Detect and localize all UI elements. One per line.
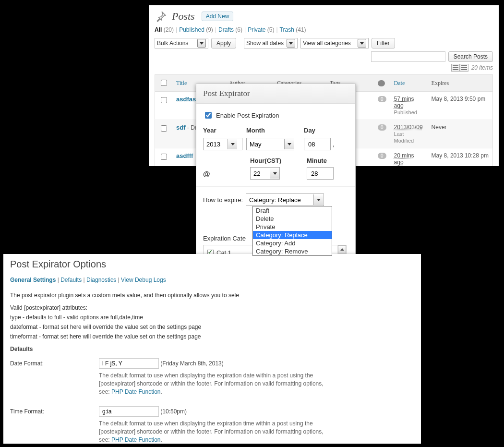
post-status-filters: All (20)|Published (9)|Drafts (6)|Privat… bbox=[155, 26, 493, 33]
dropdown-option[interactable]: Private bbox=[253, 223, 332, 231]
status-filter[interactable]: Published bbox=[179, 26, 204, 33]
row-checkbox[interactable] bbox=[161, 125, 167, 132]
status-filter[interactable]: Drafts bbox=[218, 26, 234, 33]
post-expires: May 8, 2013 9:50 pm bbox=[428, 92, 493, 120]
bulk-actions-select[interactable]: Bulk Actions bbox=[155, 38, 208, 48]
items-count: 20 items bbox=[471, 64, 493, 71]
post-date: 2013/03/09 bbox=[394, 124, 423, 131]
post-title-link[interactable]: sdf bbox=[176, 124, 186, 131]
expirator-options-screen: Post Expirator Options General Settings … bbox=[3, 254, 421, 444]
year-select[interactable] bbox=[203, 138, 242, 150]
defaults-heading: Defaults bbox=[10, 346, 414, 352]
row-checkbox[interactable] bbox=[161, 97, 167, 103]
select-all-checkbox[interactable] bbox=[161, 80, 167, 86]
options-tab[interactable]: General Settings bbox=[10, 277, 56, 283]
status-filter[interactable]: Trash bbox=[280, 26, 294, 33]
how-to-expire-label: How to expire: bbox=[203, 196, 243, 204]
apply-button[interactable]: Apply bbox=[211, 38, 236, 48]
status-filter[interactable]: Private bbox=[248, 26, 265, 33]
time-format-example: (10:50pm) bbox=[160, 408, 187, 415]
pin-icon bbox=[155, 10, 167, 23]
options-tab[interactable]: Defaults bbox=[60, 277, 82, 283]
col-expires[interactable]: Expires bbox=[428, 75, 493, 92]
time-format-label: Time Format: bbox=[10, 406, 99, 415]
row-checkbox[interactable] bbox=[161, 154, 167, 160]
page-title: Posts bbox=[172, 10, 195, 23]
post-title-link[interactable]: asdfff bbox=[176, 152, 193, 159]
day-input[interactable] bbox=[304, 138, 331, 150]
date-format-example: (Friday March 8th, 2013) bbox=[160, 360, 223, 367]
valid-attributes-label: Valid [postexpirator] attributes: bbox=[10, 304, 414, 311]
comment-count[interactable]: 0 bbox=[378, 124, 386, 131]
month-select[interactable] bbox=[246, 138, 294, 150]
comment-count[interactable]: 0 bbox=[378, 153, 386, 159]
month-label: Month bbox=[246, 127, 300, 134]
options-intro: The post expirator plugin sets a custom … bbox=[10, 292, 414, 299]
hour-label: Hour(CST) bbox=[250, 157, 303, 164]
at-symbol: @ bbox=[203, 169, 246, 178]
time-format-description: The default format to use when displayin… bbox=[99, 420, 329, 444]
add-new-button[interactable]: Add New bbox=[202, 12, 234, 21]
attribute-line: timeformat - format set here will overri… bbox=[10, 333, 414, 340]
categories-filter-select[interactable]: View all categories bbox=[300, 38, 369, 48]
metabox-title: Post Expirator bbox=[196, 84, 355, 104]
post-expires: May 8, 2013 10:28 pm bbox=[428, 148, 493, 167]
options-tabs: General Settings | Defaults | Diagnostic… bbox=[10, 277, 414, 283]
attribute-line: type - defaults to full - valid options … bbox=[10, 314, 414, 321]
dropdown-option[interactable]: Category: Add bbox=[253, 239, 332, 247]
col-date[interactable]: Date bbox=[390, 75, 428, 92]
list-view-icon[interactable] bbox=[451, 64, 460, 72]
year-label: Year bbox=[203, 127, 242, 134]
dropdown-option[interactable]: Category: Remove bbox=[253, 247, 332, 255]
dropdown-option[interactable]: Draft bbox=[253, 206, 332, 215]
options-heading: Post Expirator Options bbox=[10, 259, 414, 270]
time-format-input[interactable] bbox=[99, 406, 159, 417]
attribute-line: dateformat - format set here will overri… bbox=[10, 324, 414, 330]
date-format-input[interactable] bbox=[99, 358, 159, 369]
dropdown-option[interactable]: Delete bbox=[253, 215, 332, 223]
how-to-expire-dropdown[interactable]: DraftDeletePrivateCategory: ReplaceCateg… bbox=[252, 206, 332, 256]
hour-select[interactable] bbox=[250, 167, 280, 180]
minute-input[interactable] bbox=[307, 167, 334, 180]
post-date: 57 mins ago bbox=[394, 96, 414, 109]
date-format-description: The default format to use when displayin… bbox=[99, 372, 329, 396]
filter-button[interactable]: Filter bbox=[372, 38, 395, 48]
minute-label: Minute bbox=[307, 157, 355, 164]
post-expires: Never bbox=[428, 120, 493, 148]
scroll-up-arrow[interactable] bbox=[338, 245, 346, 254]
comment-count[interactable]: 0 bbox=[378, 96, 386, 102]
post-date: 20 mins ago bbox=[394, 152, 414, 166]
search-posts-button[interactable]: Search Posts bbox=[448, 51, 493, 62]
php-date-link[interactable]: PHP Date Function bbox=[111, 388, 161, 395]
options-tab[interactable]: View Debug Logs bbox=[121, 277, 166, 283]
enable-expiration-label[interactable]: Enable Post Expiration bbox=[203, 110, 348, 120]
search-input[interactable] bbox=[371, 51, 445, 62]
excerpt-view-icon[interactable] bbox=[460, 64, 468, 72]
day-label: Day bbox=[304, 127, 338, 134]
php-date-link-2[interactable]: PHP Date Function bbox=[111, 436, 161, 443]
date-format-label: Date Format: bbox=[10, 358, 99, 367]
enable-expiration-checkbox[interactable] bbox=[205, 112, 212, 119]
options-tab[interactable]: Diagnostics bbox=[86, 277, 116, 283]
how-to-expire-select[interactable] bbox=[246, 193, 324, 206]
dropdown-option[interactable]: Category: Replace bbox=[253, 231, 332, 239]
status-filter-all[interactable]: All bbox=[155, 26, 164, 33]
dates-filter-select[interactable]: Show all dates bbox=[244, 38, 298, 48]
col-comments[interactable] bbox=[374, 75, 390, 92]
